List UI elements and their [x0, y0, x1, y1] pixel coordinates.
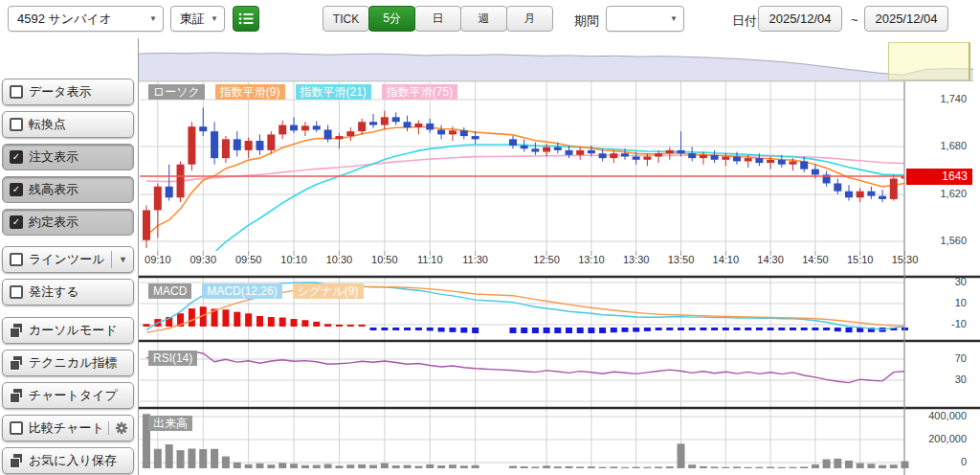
windows-icon: [10, 324, 23, 337]
macd-axis-label: 30: [904, 276, 967, 287]
time-axis-label: 09:50: [228, 254, 270, 265]
time-axis-label: 13:10: [570, 254, 612, 265]
time-axis-label: 13:50: [660, 254, 702, 265]
range-navigator[interactable]: [139, 42, 973, 81]
interval-button-週[interactable]: 週: [460, 6, 507, 32]
list-icon: [238, 11, 255, 26]
sidebar-button-order-display[interactable]: ✓注文表示: [2, 144, 134, 170]
sidebar-button-balance-display[interactable]: ✓残高表示: [2, 176, 134, 203]
chevron-down-icon: ▼: [144, 14, 157, 23]
sidebar-button-technical-indicator[interactable]: テクニカル指標: [2, 350, 134, 376]
windows-icon: [10, 356, 23, 370]
trading-chart-app: 4592 サンバイオ ▼ 東証 ▼ TICK5分日週月 期間 ▼ 日付 2025…: [0, 0, 980, 475]
interval-button-日[interactable]: 日: [414, 6, 461, 32]
price-axis-label: 1,620: [904, 188, 967, 199]
symbol-list-button[interactable]: [233, 6, 259, 32]
checkbox-icon[interactable]: [10, 253, 23, 266]
sidebar-label: データ表示: [29, 83, 92, 101]
sidebar-label: 比較チャート: [29, 419, 104, 437]
period-label: 期間: [574, 12, 599, 30]
time-axis-label: 11:10: [409, 254, 451, 265]
chevron-down-icon: ▼: [664, 14, 678, 23]
legend-badge: 出来高: [148, 416, 192, 431]
navigator-selection[interactable]: [888, 42, 970, 80]
market-select[interactable]: 東証 ▼: [170, 6, 225, 32]
checkbox-icon[interactable]: [10, 85, 23, 99]
date-from-input[interactable]: 2025/12/04: [758, 6, 842, 32]
windows-icon: [10, 454, 23, 467]
interval-button-5分[interactable]: 5分: [368, 6, 415, 32]
windows-icon: [10, 389, 23, 402]
chevron-down-icon[interactable]: ▼: [111, 251, 129, 268]
time-axis-label: 13:30: [615, 254, 657, 265]
sidebar: データ表示転換点✓注文表示✓残高表示✓約定表示ラインツール▼発注するカーソルモー…: [0, 38, 138, 475]
sidebar-button-comparison-chart[interactable]: 比較チャート: [2, 415, 134, 441]
sidebar-label: チャートタイプ: [29, 387, 118, 404]
rsi-axis-label: 30: [904, 373, 967, 385]
navigator-overview: [139, 42, 973, 80]
price-axis-label: 1,560: [904, 235, 967, 246]
interval-button-月[interactable]: 月: [506, 6, 553, 32]
time-axis-label: 10:30: [318, 254, 360, 265]
symbol-select[interactable]: 4592 サンバイオ ▼: [8, 6, 164, 32]
time-axis-label: 09:10: [137, 254, 179, 265]
legend-badge: 指数平滑(9): [215, 84, 285, 100]
checkbox-checked-icon[interactable]: ✓: [10, 183, 23, 196]
sidebar-label: ラインツール: [29, 251, 105, 268]
sidebar-button-cursor-mode[interactable]: カーソルモード: [2, 317, 134, 344]
sidebar-label: 転換点: [29, 116, 66, 133]
time-axis-label: 14:10: [704, 254, 746, 265]
sidebar-label: 発注する: [29, 283, 79, 301]
market-value: 東証: [180, 11, 205, 28]
legend-badge: 指数平滑(21): [296, 84, 371, 100]
legend-badge: RSI(14): [148, 351, 197, 366]
checkbox-icon[interactable]: [10, 285, 23, 299]
macd-axis-label: 10: [904, 297, 967, 308]
price-axis-label: 1,740: [904, 93, 967, 104]
checkbox-checked-icon[interactable]: ✓: [10, 150, 23, 164]
sidebar-button-chart-type[interactable]: チャートタイプ: [2, 382, 134, 409]
date-range-tilde: ~: [851, 12, 858, 27]
chevron-down-icon: ▼: [205, 14, 218, 23]
checkbox-icon[interactable]: [10, 421, 23, 435]
time-axis-label: 09:30: [182, 254, 224, 265]
date-label: 日付: [732, 12, 757, 30]
sidebar-label: 注文表示: [29, 148, 78, 166]
period-select[interactable]: ▼: [606, 6, 684, 32]
interval-group: TICK5分日週月: [323, 6, 553, 32]
price-axis-label: 1,680: [904, 140, 967, 151]
time-axis-label: 15:30: [884, 254, 926, 265]
volume-axis-label: 0: [904, 456, 967, 467]
sidebar-button-place-order[interactable]: 発注する: [2, 279, 134, 305]
sidebar-label: お気に入り保存: [29, 452, 117, 469]
sidebar-button-favorite-save[interactable]: お気に入り保存: [2, 447, 134, 474]
checkbox-checked-icon[interactable]: ✓: [10, 215, 23, 229]
time-axis-label: 15:10: [839, 254, 881, 265]
checkbox-icon[interactable]: [10, 118, 23, 131]
interval-button-TICK[interactable]: TICK: [323, 6, 369, 32]
legend-badge: 指数平滑(75): [382, 84, 457, 100]
time-axis-label: 14:30: [749, 254, 791, 265]
time-axis-label: 12:50: [525, 254, 568, 265]
sidebar-label: カーソルモード: [29, 322, 118, 339]
current-price-tag: 1643: [906, 169, 972, 185]
time-axis-label: 10:10: [273, 254, 315, 265]
macd-legend: MACDMACD(12,26)シグナル(9): [148, 283, 364, 299]
rsi-axis-label: 70: [904, 352, 967, 364]
price-legend: ローソク指数平滑(9)指数平滑(21)指数平滑(75): [148, 84, 457, 100]
sidebar-button-turning-point[interactable]: 転換点: [2, 111, 134, 138]
macd-axis-label: -10: [904, 318, 967, 329]
sidebar-button-data-display[interactable]: データ表示: [2, 79, 134, 105]
sidebar-button-execution-display[interactable]: ✓約定表示: [2, 209, 134, 236]
volume-axis-label: 400,000: [904, 410, 967, 421]
rsi-legend: RSI(14): [148, 351, 197, 366]
date-to-input[interactable]: 2025/12/04: [864, 6, 948, 32]
time-axis-label: 11:30: [455, 254, 497, 265]
price-chart-canvas[interactable]: [139, 80, 980, 475]
time-axis-label: 10:50: [364, 254, 406, 265]
gear-icon[interactable]: [108, 421, 129, 435]
sidebar-button-line-tool[interactable]: ラインツール▼: [2, 246, 134, 273]
legend-badge: シグナル(9): [293, 283, 364, 299]
volume-legend: 出来高: [148, 416, 192, 431]
legend-badge: ローソク: [148, 84, 205, 100]
